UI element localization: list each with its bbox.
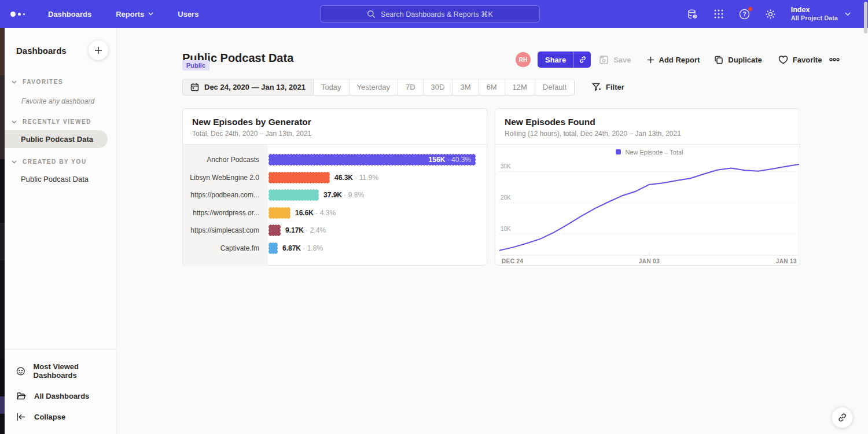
date-range-button[interactable]: Dec 24, 2020 — Jan 13, 2021 [183, 79, 314, 95]
ellipsis-icon [829, 58, 840, 61]
preset-today[interactable]: Today [314, 79, 350, 95]
sidebar-footer: Most Viewed Dashboards All Dashboards Co… [5, 349, 116, 434]
share-link-button[interactable] [573, 52, 591, 68]
nav-dashboards[interactable]: Dashboards [48, 10, 91, 19]
bar-category-label: https://simplecast.com [183, 226, 268, 234]
preset-yesterday[interactable]: Yesterday [350, 79, 398, 95]
apps-grid-icon[interactable] [713, 8, 724, 20]
add-report-button[interactable]: Add Report [647, 56, 700, 64]
data-sources-icon[interactable] [687, 8, 698, 20]
chevron-down-icon [12, 79, 17, 85]
bar-row: Anchor Podcasts156K · 40.3% [183, 151, 487, 169]
notification-badge [748, 6, 753, 12]
nav-reports[interactable]: Reports [116, 10, 153, 19]
share-link-fab[interactable] [832, 407, 853, 428]
bar-row: Captivate.fm6.87K · 1.8% [183, 240, 487, 258]
bar-value-label: 6.87K · 1.8% [282, 244, 323, 252]
bar-rows: Anchor Podcasts156K · 40.3%Libsyn WebEng… [183, 145, 487, 257]
header-actions: RH Share Save Add Report Dupl [516, 52, 840, 68]
chevron-down-icon [845, 12, 851, 16]
bar-category-label: https://podbean.com... [183, 191, 268, 199]
sidebar: Dashboards FAVORITES Favorite any dashbo… [5, 28, 117, 434]
bar-chart: Anchor Podcasts156K · 40.3%Libsyn WebEng… [183, 145, 487, 266]
bar [269, 207, 290, 219]
sidebar-section-created-by-you[interactable]: CREATED BY YOU [5, 159, 116, 165]
bar-value-label: 16.6K · 4.3% [295, 209, 336, 217]
bar-value-label: 9.17K · 2.4% [285, 226, 326, 234]
sidebar-section-recently-viewed[interactable]: RECENTLY VIEWED [5, 119, 116, 125]
add-dashboard-button[interactable] [89, 41, 108, 60]
public-badge: Public [182, 60, 209, 71]
filter-button[interactable]: Filter [592, 83, 624, 91]
card-title: New Episodes by Generator [192, 117, 477, 127]
preset-7d[interactable]: 7D [398, 79, 424, 95]
y-axis-label: 20K [501, 194, 511, 201]
search-input[interactable]: Search Dashboards & Reports ⌘K [320, 5, 540, 23]
help-icon[interactable]: ? [739, 8, 751, 20]
bar-row: Libsyn WebEngine 2.046.3K · 11.9% [183, 169, 487, 187]
preset-3m[interactable]: 3M [453, 79, 479, 95]
more-options-button[interactable] [829, 58, 840, 61]
card-title: New Episodes Found [505, 117, 790, 127]
chevron-down-icon [12, 119, 17, 125]
legend-swatch [616, 149, 621, 155]
share-button[interactable]: Share [538, 52, 573, 68]
sidebar-item-public-podcast-data-created[interactable]: Public Podcast Data [5, 170, 108, 188]
nav-users[interactable]: Users [178, 10, 198, 19]
bar-value-label: 156K · 40.3% [429, 156, 471, 164]
search-placeholder: Search Dashboards & Reports ⌘K [381, 10, 493, 19]
chevron-down-icon [12, 159, 17, 165]
favorite-button[interactable]: Favorite [778, 56, 822, 64]
y-axis-label: 30K [501, 163, 511, 170]
plus-icon [94, 46, 102, 54]
chart-legend: New Episode – Total [499, 148, 800, 156]
preset-default[interactable]: Default [535, 79, 574, 95]
plus-icon [647, 56, 654, 64]
filter-funnel-icon [592, 83, 601, 91]
date-presets: TodayYesterday7D30D3M6M12MDefault [314, 79, 574, 95]
preset-30d[interactable]: 30D [424, 79, 453, 95]
sidebar-section-favorites[interactable]: FAVORITES [5, 79, 116, 85]
date-range-control: Dec 24, 2020 — Jan 13, 2021 TodayYesterd… [182, 79, 575, 95]
bar-category-label: https://wordpress.or... [183, 209, 268, 217]
preset-12m[interactable]: 12M [505, 79, 535, 95]
bar [269, 242, 278, 254]
bar-row: https://wordpress.or...16.6K · 4.3% [183, 204, 487, 222]
bar-category-label: Captivate.fm [183, 244, 268, 252]
bar-row: https://podbean.com...37.9K · 9.8% [183, 186, 487, 204]
x-axis-label: JAN 13 [776, 258, 797, 264]
svg-text:?: ? [743, 11, 746, 17]
avatar[interactable]: RH [516, 52, 531, 67]
bar [269, 225, 281, 236]
all-dashboards-button[interactable]: All Dashboards [5, 385, 116, 407]
scrollbar-thumb[interactable] [864, 2, 867, 34]
link-icon [837, 413, 847, 422]
favorites-hint: Favorite any dashboard [5, 97, 116, 105]
project-name: Index [791, 6, 838, 14]
preset-6m[interactable]: 6M [479, 79, 505, 95]
project-switcher[interactable]: Index All Project Data [791, 6, 851, 22]
duplicate-button[interactable]: Duplicate [714, 55, 762, 64]
smiley-icon [16, 366, 25, 376]
x-axis-label: JAN 03 [639, 258, 660, 264]
bar-value-label: 46.3K · 11.9% [334, 174, 378, 182]
collapse-icon [16, 413, 26, 421]
line-chart-svg: 10K20K30KDEC 24JAN 03JAN 13 [499, 156, 799, 266]
search-icon [367, 10, 376, 19]
bar-row: https://simplecast.com9.17K · 2.4% [183, 222, 487, 240]
collapse-sidebar-button[interactable]: Collapse [5, 407, 116, 427]
line-series [499, 164, 799, 251]
desktop-edge-strip [0, 28, 5, 434]
line-chart: New Episode – Total 10K20K30KDEC 24JAN 0… [495, 148, 800, 268]
bar: 156K · 40.3% [269, 154, 476, 165]
bar-category-label: Libsyn WebEngine 2.0 [183, 174, 268, 182]
folder-icon [16, 391, 26, 401]
settings-gear-icon[interactable] [765, 8, 777, 20]
save-button[interactable]: Save [599, 55, 631, 65]
legend-label: New Episode – Total [625, 149, 683, 156]
card-new-episodes-by-generator: New Episodes by Generator Total, Dec 24t… [182, 108, 487, 266]
bar-category-label: Anchor Podcasts [183, 156, 268, 164]
app-logo-icon[interactable] [10, 12, 25, 17]
most-viewed-dashboards-button[interactable]: Most Viewed Dashboards [5, 356, 116, 385]
sidebar-item-public-podcast-data[interactable]: Public Podcast Data [5, 130, 108, 148]
